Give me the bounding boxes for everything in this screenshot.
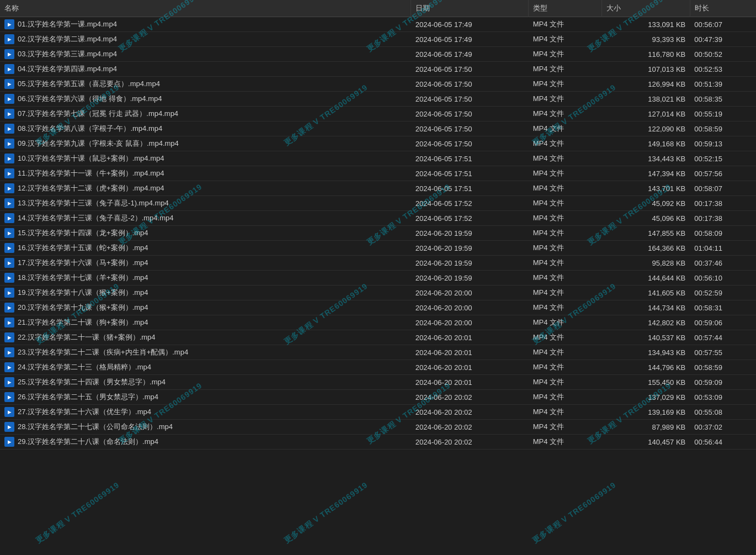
file-duration: 00:58:07 [690,181,756,196]
file-name-cell: ▶14.汉字姓名学第十三课（兔子喜忌-2）.mp4.mp4 [0,211,411,226]
file-size: 138,021 KB [602,92,690,107]
table-row[interactable]: ▶29.汉字姓名学第二十八课（命名法则）.mp42024-06-20 20:02… [0,435,756,450]
file-date: 2024-06-05 17:51 [411,166,529,181]
file-size: 126,994 KB [602,77,690,92]
header-type[interactable]: 类型 [529,0,602,17]
file-date: 2024-06-20 20:02 [411,390,529,405]
file-icon: ▶ [4,392,14,402]
file-icon: ▶ [4,243,14,253]
table-row[interactable]: ▶07.汉字姓名学第七课（冠冕 行走 武器）.mp4.mp42024-06-05… [0,107,756,121]
file-name-text: 23.汉字姓名学第二十二课（疾病+内生肖+配偶）.mp4 [18,347,188,357]
file-type: MP4 文件 [529,345,602,360]
file-icon: ▶ [4,109,14,119]
file-icon: ▶ [4,273,14,283]
file-name-text: 12.汉字姓名学第十二课（虎+案例）.mp4.mp4 [18,183,164,193]
file-type: MP4 文件 [529,196,602,211]
file-duration: 01:04:11 [690,241,756,256]
table-row[interactable]: ▶08.汉字姓名学第八课（字根子-午）.mp4.mp42024-06-05 17… [0,121,756,136]
file-name-cell: ▶10.汉字姓名学第十课（鼠忌+案例）.mp4.mp4 [0,151,411,166]
file-type: MP4 文件 [529,330,602,345]
file-duration: 00:58:35 [690,92,756,107]
file-name-text: 05.汉字姓名学第五课（喜忌要点）.mp4.mp4 [18,79,160,89]
file-name-cell: ▶23.汉字姓名学第二十二课（疾病+内生肖+配偶）.mp4 [0,345,411,360]
file-date: 2024-06-05 17:52 [411,211,529,226]
file-duration: 00:57:44 [690,330,756,345]
file-duration: 00:37:46 [690,256,756,271]
table-row[interactable]: ▶23.汉字姓名学第二十二课（疾病+内生肖+配偶）.mp42024-06-20 … [0,345,756,360]
file-name-text: 18.汉字姓名学第十七课（羊+案例）.mp4 [18,273,148,283]
file-date: 2024-06-05 17:49 [411,17,529,32]
table-row[interactable]: ▶06.汉字姓名学第六课（得地 得食）.mp4.mp42024-06-05 17… [0,92,756,107]
table-row[interactable]: ▶28.汉字姓名学第二十七课（公司命名法则）.mp42024-06-20 20:… [0,420,756,435]
table-row[interactable]: ▶18.汉字姓名学第十七课（羊+案例）.mp42024-06-20 19:59M… [0,271,756,286]
table-header: 名称 日期 类型 大小 时长 [0,0,756,17]
file-list-table: 名称 日期 类型 大小 时长 ▶01.汉字姓名学第一课.mp4.mp42024-… [0,0,756,450]
file-name-text: 13.汉字姓名学第十三课（兔子喜忌-1).mp4.mp4 [18,198,169,208]
table-row[interactable]: ▶12.汉字姓名学第十二课（虎+案例）.mp4.mp42024-06-05 17… [0,181,756,196]
file-icon: ▶ [4,377,14,387]
file-size: 45,096 KB [602,211,690,226]
file-name-text: 15.汉字姓名学第十四课（龙+案例）.mp4 [18,228,148,238]
file-date: 2024-06-05 17:50 [411,62,529,77]
file-size: 87,989 KB [602,420,690,435]
file-name-cell: ▶16.汉字姓名学第十五课（蛇+案例）.mp4 [0,241,411,256]
file-name-cell: ▶15.汉字姓名学第十四课（龙+案例）.mp4 [0,226,411,241]
header-size[interactable]: 大小 [602,0,690,17]
file-icon: ▶ [4,407,14,417]
file-duration: 00:37:02 [690,420,756,435]
table-row[interactable]: ▶02.汉字姓名学第二课.mp4.mp42024-06-05 17:49MP4 … [0,32,756,47]
file-icon: ▶ [4,64,14,74]
file-name-text: 06.汉字姓名学第六课（得地 得食）.mp4.mp4 [18,94,162,104]
file-name-cell: ▶09.汉字姓名学第九课（字根未-亥 鼠喜）.mp4.mp4 [0,136,411,151]
file-duration: 00:52:15 [690,151,756,166]
file-size: 141,605 KB [602,286,690,300]
file-size: 116,780 KB [602,47,690,62]
header-name[interactable]: 名称 [0,0,411,17]
table-row[interactable]: ▶13.汉字姓名学第十三课（兔子喜忌-1).mp4.mp42024-06-05 … [0,196,756,211]
file-type: MP4 文件 [529,121,602,136]
file-type: MP4 文件 [529,360,602,375]
file-icon: ▶ [4,34,14,44]
header-date[interactable]: 日期 [411,0,529,17]
file-icon: ▶ [4,332,14,342]
file-icon: ▶ [4,124,14,134]
table-row[interactable]: ▶16.汉字姓名学第十五课（蛇+案例）.mp42024-06-20 19:59M… [0,241,756,256]
file-name-text: 09.汉字姓名学第九课（字根未-亥 鼠喜）.mp4.mp4 [18,139,179,149]
table-row[interactable]: ▶27.汉字姓名学第二十六课（优生学）.mp42024-06-20 20:02M… [0,405,756,420]
file-type: MP4 文件 [529,92,602,107]
file-date: 2024-06-05 17:49 [411,47,529,62]
file-icon: ▶ [4,168,14,178]
table-row[interactable]: ▶19.汉字姓名学第十八课（猴+案例）.mp42024-06-20 20:00M… [0,286,756,300]
table-row[interactable]: ▶21.汉字姓名学第二十课（狗+案例）.mp42024-06-20 20:00M… [0,315,756,330]
table-row[interactable]: ▶14.汉字姓名学第十三课（兔子喜忌-2）.mp4.mp42024-06-05 … [0,211,756,226]
file-type: MP4 文件 [529,390,602,405]
table-row[interactable]: ▶03.汉字姓名学第三课.mp4.mp42024-06-05 17:49MP4 … [0,47,756,62]
file-name-cell: ▶19.汉字姓名学第十八课（猴+案例）.mp4 [0,286,411,300]
table-row[interactable]: ▶25.汉字姓名学第二十四课（男女禁忌字）.mp42024-06-20 20:0… [0,375,756,390]
table-row[interactable]: ▶24.汉字姓名学第二十三（格局精粹）.mp42024-06-20 20:01M… [0,360,756,375]
table-row[interactable]: ▶04.汉字姓名学第四课.mp4.mp42024-06-05 17:50MP4 … [0,62,756,77]
table-row[interactable]: ▶11.汉字姓名学第十一课（牛+案例）.mp4.mp42024-06-05 17… [0,166,756,181]
file-name-text: 02.汉字姓名学第二课.mp4.mp4 [18,34,117,44]
file-name-cell: ▶27.汉字姓名学第二十六课（优生学）.mp4 [0,405,411,420]
file-date: 2024-06-05 17:52 [411,196,529,211]
file-duration: 00:59:13 [690,136,756,151]
header-duration[interactable]: 时长 [690,0,756,17]
table-row[interactable]: ▶01.汉字姓名学第一课.mp4.mp42024-06-05 17:49MP4 … [0,17,756,32]
file-duration: 00:52:53 [690,62,756,77]
table-row[interactable]: ▶15.汉字姓名学第十四课（龙+案例）.mp42024-06-20 19:59M… [0,226,756,241]
table-row[interactable]: ▶17.汉字姓名学第十六课（马+案例）.mp42024-06-20 19:59M… [0,256,756,271]
table-row[interactable]: ▶09.汉字姓名学第九课（字根未-亥 鼠喜）.mp4.mp42024-06-05… [0,136,756,151]
file-size: 107,013 KB [602,62,690,77]
table-row[interactable]: ▶10.汉字姓名学第十课（鼠忌+案例）.mp4.mp42024-06-05 17… [0,151,756,166]
file-name-cell: ▶03.汉字姓名学第三课.mp4.mp4 [0,47,411,62]
file-name-text: 14.汉字姓名学第十三课（兔子喜忌-2）.mp4.mp4 [18,213,173,223]
file-name-cell: ▶17.汉字姓名学第十六课（马+案例）.mp4 [0,256,411,271]
file-duration: 00:56:44 [690,435,756,450]
table-row[interactable]: ▶20.汉字姓名学第十九课（猴+案例）.mp42024-06-20 20:00M… [0,300,756,315]
file-duration: 00:55:08 [690,405,756,420]
table-row[interactable]: ▶26.汉字姓名学第二十五（男女禁忌字）.mp42024-06-20 20:02… [0,390,756,405]
table-row[interactable]: ▶05.汉字姓名学第五课（喜忌要点）.mp4.mp42024-06-05 17:… [0,77,756,92]
table-row[interactable]: ▶22.汉字姓名学第二十一课（猪+案例）.mp42024-06-20 20:01… [0,330,756,345]
file-type: MP4 文件 [529,375,602,390]
